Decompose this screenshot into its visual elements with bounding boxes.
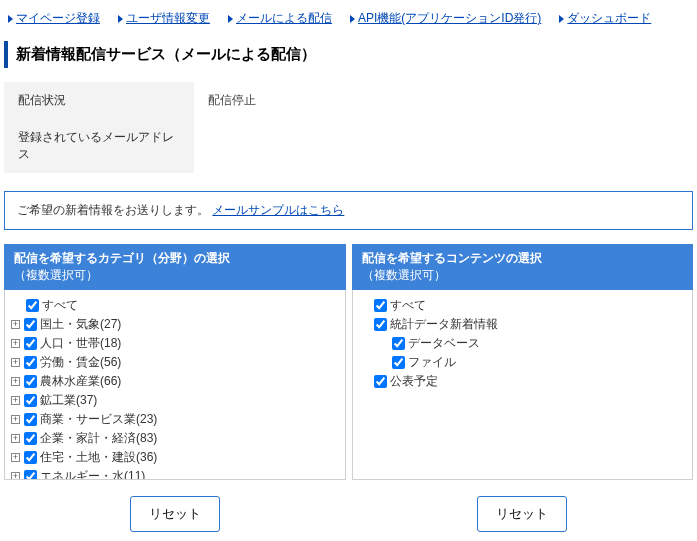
category-item: すべて — [11, 296, 339, 315]
content-item: ファイル — [359, 353, 687, 372]
category-item-label: 住宅・土地・建設(36) — [40, 450, 157, 464]
content-item-label: 統計データ新着情報 — [390, 317, 498, 331]
category-checkbox[interactable] — [24, 356, 37, 369]
category-item-label: 労働・賃金(56) — [40, 355, 121, 369]
nav-api[interactable]: API機能(アプリケーションID発行) — [350, 10, 541, 27]
category-panel-subtitle: （複数選択可） — [14, 267, 336, 284]
caret-icon — [8, 15, 13, 23]
expand-icon[interactable]: + — [11, 415, 20, 424]
category-checkbox[interactable] — [24, 337, 37, 350]
category-item-label: 鉱工業(37) — [40, 393, 97, 407]
category-checkbox[interactable] — [26, 299, 39, 312]
category-item: +労働・賃金(56) — [11, 353, 339, 372]
content-checkbox[interactable] — [374, 318, 387, 331]
content-item: すべて — [359, 296, 687, 315]
status-label: 配信状況 — [4, 82, 194, 119]
category-tree[interactable]: すべて+国土・気象(27)+人口・世帯(18)+労働・賃金(56)+農林水産業(… — [4, 290, 346, 480]
expand-icon[interactable]: + — [11, 339, 20, 348]
top-nav: マイページ登録 ユーザ情報変更 メールによる配信 API機能(アプリケーションI… — [4, 4, 693, 37]
email-value — [194, 119, 693, 173]
content-checkbox[interactable] — [374, 299, 387, 312]
page-title: 新着情報配信サービス（メールによる配信） — [4, 41, 693, 68]
caret-icon — [559, 15, 564, 23]
category-panel-header: 配信を希望するカテゴリ（分野）の選択 （複数選択可） — [4, 244, 346, 290]
category-item: +エネルギー・水(11) — [11, 467, 339, 480]
content-item-label: ファイル — [408, 355, 456, 369]
content-item-label: データベース — [408, 336, 480, 350]
status-value: 配信停止 — [194, 82, 693, 119]
category-checkbox[interactable] — [24, 375, 37, 388]
category-item-label: 国土・気象(27) — [40, 317, 121, 331]
category-item: +農林水産業(66) — [11, 372, 339, 391]
category-item: +企業・家計・経済(83) — [11, 429, 339, 448]
notice-box: ご希望の新着情報をお送りします。 メールサンプルはこちら — [4, 191, 693, 230]
content-item: 公表予定 — [359, 372, 687, 391]
content-checkbox[interactable] — [392, 337, 405, 350]
category-checkbox[interactable] — [24, 318, 37, 331]
content-item-label: 公表予定 — [390, 374, 438, 388]
category-reset-button[interactable]: リセット — [130, 496, 220, 532]
category-checkbox[interactable] — [24, 451, 37, 464]
content-item: 統計データ新着情報 — [359, 315, 687, 334]
info-table: 配信状況 配信停止 登録されているメールアドレス — [4, 82, 693, 173]
nav-dashboard[interactable]: ダッシュボード — [559, 10, 651, 27]
category-panel-title: 配信を希望するカテゴリ（分野）の選択 — [14, 250, 336, 267]
caret-icon — [118, 15, 123, 23]
category-checkbox[interactable] — [24, 394, 37, 407]
nav-mypage[interactable]: マイページ登録 — [8, 10, 100, 27]
content-panel-subtitle: （複数選択可） — [362, 267, 684, 284]
caret-icon — [228, 15, 233, 23]
content-panel-title: 配信を希望するコンテンツの選択 — [362, 250, 684, 267]
category-item-label: 企業・家計・経済(83) — [40, 431, 157, 445]
category-item-label: 商業・サービス業(23) — [40, 412, 157, 426]
content-checkbox[interactable] — [374, 375, 387, 388]
category-checkbox[interactable] — [24, 432, 37, 445]
expand-icon[interactable]: + — [11, 377, 20, 386]
category-item-label: エネルギー・水(11) — [40, 469, 145, 480]
nav-userinfo[interactable]: ユーザ情報変更 — [118, 10, 210, 27]
email-label: 登録されているメールアドレス — [4, 119, 194, 173]
content-panel: 配信を希望するコンテンツの選択 （複数選択可） すべて統計データ新着情報データベ… — [352, 244, 694, 540]
category-checkbox[interactable] — [24, 470, 37, 480]
content-item-label: すべて — [390, 298, 426, 312]
mail-sample-link[interactable]: メールサンプルはこちら — [212, 203, 344, 217]
category-item: +国土・気象(27) — [11, 315, 339, 334]
expand-icon[interactable]: + — [11, 320, 20, 329]
category-panel: 配信を希望するカテゴリ（分野）の選択 （複数選択可） すべて+国土・気象(27)… — [4, 244, 346, 540]
category-item-label: 人口・世帯(18) — [40, 336, 121, 350]
category-item: +鉱工業(37) — [11, 391, 339, 410]
nav-mail-delivery[interactable]: メールによる配信 — [228, 10, 332, 27]
expand-icon[interactable]: + — [11, 472, 20, 480]
expand-icon[interactable]: + — [11, 453, 20, 462]
category-checkbox[interactable] — [24, 413, 37, 426]
expand-icon[interactable]: + — [11, 396, 20, 405]
expand-icon[interactable]: + — [11, 358, 20, 367]
category-item: +商業・サービス業(23) — [11, 410, 339, 429]
content-item: データベース — [359, 334, 687, 353]
category-item-label: すべて — [42, 298, 78, 312]
category-item: +住宅・土地・建設(36) — [11, 448, 339, 467]
category-item: +人口・世帯(18) — [11, 334, 339, 353]
category-item-label: 農林水産業(66) — [40, 374, 121, 388]
content-reset-button[interactable]: リセット — [477, 496, 567, 532]
caret-icon — [350, 15, 355, 23]
expand-icon[interactable]: + — [11, 434, 20, 443]
content-checkbox[interactable] — [392, 356, 405, 369]
content-tree[interactable]: すべて統計データ新着情報データベースファイル公表予定 — [352, 290, 694, 480]
notice-text: ご希望の新着情報をお送りします。 — [17, 203, 209, 217]
content-panel-header: 配信を希望するコンテンツの選択 （複数選択可） — [352, 244, 694, 290]
